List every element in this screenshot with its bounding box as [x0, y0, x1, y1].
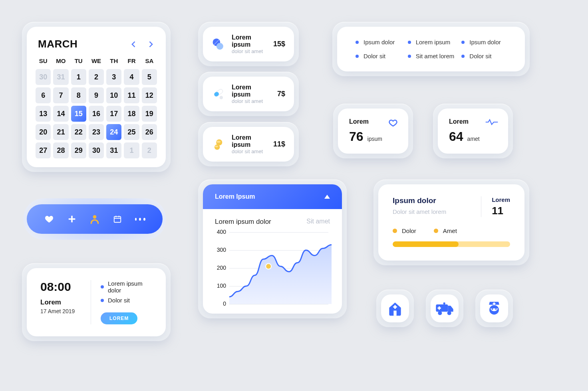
calendar-day[interactable]: 25 [124, 124, 139, 140]
med-title: Lorem ipsum [232, 134, 267, 148]
calendar-day[interactable]: 5 [142, 69, 157, 85]
svg-rect-19 [393, 306, 397, 308]
calendar-day[interactable]: 21 [53, 124, 68, 140]
chart-ytick: 200 [210, 265, 226, 271]
calendar-day[interactable]: 22 [71, 124, 86, 140]
calendar-day[interactable]: 29 [71, 142, 86, 158]
calendar-day[interactable]: 19 [142, 106, 157, 122]
stat-unit: ipsum [368, 136, 382, 142]
calendar-day[interactable]: 31 [53, 69, 68, 85]
calendar-day[interactable]: 6 [36, 87, 51, 103]
chart-ytick: 100 [210, 282, 226, 289]
med-subtitle: dolor sit amet [232, 98, 271, 104]
event-bullet: Dolor sit [101, 297, 152, 304]
med-item-1[interactable]: Lorem ipsum dolor sit amet 15$ [198, 22, 299, 66]
plus-icon[interactable] [67, 214, 77, 224]
stat-value: 64 [449, 129, 463, 144]
calendar-day[interactable]: 23 [89, 124, 104, 140]
calendar-day[interactable]: 14 [53, 106, 68, 122]
svg-point-14 [215, 145, 219, 147]
progress-value: 11 [492, 205, 510, 217]
calendar-day[interactable]: 2 [142, 142, 157, 158]
progress-legend-item: Dolor [393, 227, 416, 234]
calendar-dow: TH [106, 57, 121, 64]
chevron-up-icon [324, 193, 330, 200]
calendar-dow: MO [53, 57, 68, 64]
calendar-day[interactable]: 15 [71, 106, 86, 122]
med-item-3[interactable]: Lorem ipsum dolor sit amet 11$ [198, 122, 299, 166]
chart-ytick: 0 [210, 300, 226, 307]
calendar-dow: FR [124, 57, 139, 64]
calendar-day[interactable]: 12 [142, 87, 157, 103]
stat-card-1: Lorem 76 ipsum [333, 104, 413, 158]
progress-legend-item: Amet [434, 227, 457, 234]
hospital-button[interactable] [376, 290, 414, 327]
heart-outline-icon [387, 118, 399, 129]
calendar-day[interactable]: 3 [106, 69, 121, 85]
calendar-month: MARCH [38, 38, 77, 50]
svg-rect-25 [438, 308, 441, 309]
calendar-day[interactable]: 2 [89, 69, 104, 85]
calendar-day[interactable]: 1 [124, 142, 139, 158]
calendar-day[interactable]: 17 [106, 106, 121, 122]
chart-right-label: Sit amet [306, 218, 330, 226]
svg-point-0 [93, 215, 97, 219]
progress-right-label: Lorem [492, 196, 510, 203]
chart-card: Lorem Ipsum Lorem ipsum dolor Sit amet 0… [198, 180, 347, 318]
more-icon[interactable] [135, 214, 145, 224]
svg-point-10 [220, 96, 223, 99]
legend-item: Ipsum dolor [356, 39, 401, 45]
svg-point-6 [217, 43, 223, 49]
svg-rect-23 [443, 302, 445, 304]
calendar-day[interactable]: 31 [106, 142, 121, 158]
calendar-day[interactable]: 24 [106, 124, 121, 140]
coins-icon [212, 138, 225, 151]
event-action-button[interactable]: LOREM [101, 312, 137, 324]
person-icon[interactable] [89, 214, 100, 224]
calendar-day[interactable]: 27 [36, 142, 51, 158]
calendar-dow: WE [89, 57, 104, 64]
svg-point-13 [217, 140, 220, 142]
calendar-dow: SA [142, 57, 157, 64]
calendar-day[interactable]: 18 [124, 106, 139, 122]
icon-navbar [23, 198, 166, 240]
stat-card-2: Lorem 64 amet [433, 104, 513, 158]
event-label: Lorem [40, 298, 91, 306]
calendar-day[interactable]: 16 [89, 106, 104, 122]
calendar-day[interactable]: 28 [53, 142, 68, 158]
stat-unit: amet [467, 136, 480, 142]
svg-point-21 [438, 311, 442, 315]
calendar-day[interactable]: 7 [53, 87, 68, 103]
calendar-day[interactable]: 1 [71, 69, 86, 85]
calendar-day[interactable]: 26 [142, 124, 157, 140]
line-chart [229, 232, 332, 304]
calendar-day[interactable]: 30 [36, 69, 51, 85]
pulse-icon [485, 118, 499, 128]
calendar-prev-button[interactable] [130, 40, 138, 48]
med-item-2[interactable]: Lorem ipsum dolor sit amet 7$ [198, 72, 299, 116]
progress-title: Ipsum dolor [393, 196, 481, 205]
calendar-widget: MARCH SUMOTUWETHFRSA 3031123456789101112… [22, 22, 171, 172]
calendar-day[interactable]: 30 [89, 142, 104, 158]
calendar-dow: SU [36, 57, 51, 64]
capsule-icon [212, 87, 225, 101]
calendar-day[interactable]: 8 [71, 87, 86, 103]
calendar-day[interactable]: 9 [89, 87, 104, 103]
calendar-day[interactable]: 11 [124, 87, 139, 103]
heart-icon[interactable] [44, 214, 54, 224]
ambulance-button[interactable] [426, 290, 463, 327]
calendar-day[interactable]: 10 [106, 87, 121, 103]
calendar-icon[interactable] [112, 214, 123, 224]
nurse-button[interactable] [475, 290, 513, 327]
pills-icon [212, 38, 225, 51]
calendar-day[interactable]: 20 [36, 124, 51, 140]
chart-header[interactable]: Lorem Ipsum [203, 184, 342, 209]
svg-point-29 [492, 308, 493, 310]
legend-item: Ipsum dolor [461, 39, 507, 45]
calendar-day[interactable]: 4 [124, 69, 139, 85]
med-subtitle: dolor sit amet [232, 48, 267, 54]
legend-item: Lorem ipsum [408, 39, 455, 45]
calendar-next-button[interactable] [147, 40, 155, 48]
calendar-day[interactable]: 13 [36, 106, 51, 122]
svg-rect-17 [393, 311, 396, 316]
